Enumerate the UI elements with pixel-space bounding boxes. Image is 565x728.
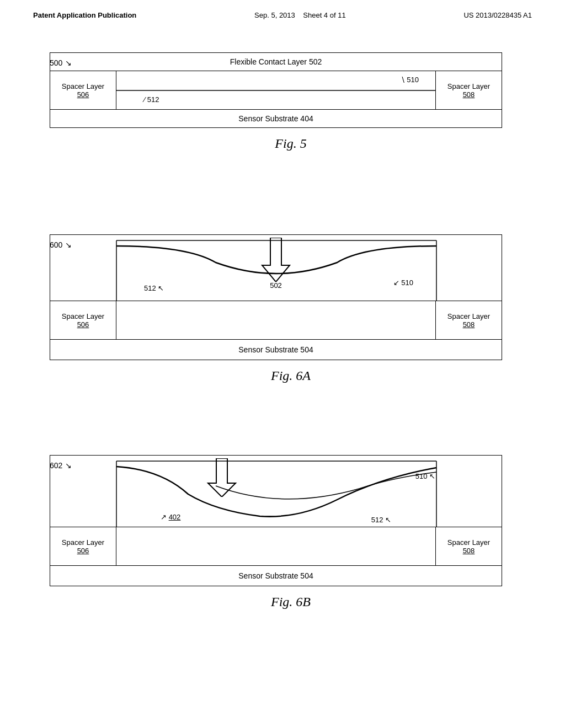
- fig5-spacer-left-label: Spacer Layer: [62, 82, 104, 90]
- fig5-spacer-right-label: Spacer Layer: [447, 82, 490, 90]
- fig5-center-line: [116, 71, 435, 109]
- fig6b-label-402: ↗ 402: [161, 513, 180, 521]
- fig5-center-area: ∖ 510 ∕ 512: [116, 71, 435, 109]
- fig5-spacer-left: Spacer Layer 506: [50, 71, 116, 109]
- fig6b-spacer-right: Spacer Layer 508: [435, 527, 502, 565]
- page: Patent Application Publication Sep. 5, 2…: [0, 0, 565, 728]
- fig5-caption-text: Fig. 5: [275, 136, 306, 151]
- fig5-spacer-right-ref: 508: [447, 90, 490, 99]
- fig5-substrate-label: Sensor Substrate 404: [238, 114, 313, 123]
- fig5-middle: Spacer Layer 506 ∖ 510 ∕ 512: [50, 71, 502, 110]
- fig6b-section: 602 ↘: [33, 455, 532, 643]
- fig5-ref-number: 500: [50, 58, 62, 67]
- page-header: Patent Application Publication Sep. 5, 2…: [33, 11, 532, 19]
- fig6b-label-510: 510 ↖: [415, 472, 435, 480]
- fig6b-substrate: Sensor Substrate 504: [50, 566, 502, 586]
- fig6b-caption-text: Fig. 6B: [271, 595, 311, 609]
- fig5-ref-label: 500 ↘: [50, 58, 72, 68]
- fig6a-spacer-left-ref: 506: [62, 320, 104, 329]
- fig5-ref-arrow: ↘: [65, 58, 72, 67]
- header-sheet: Sheet 4 of 11: [303, 11, 345, 19]
- fig6a-label-510: ↙ 510: [393, 279, 413, 287]
- fig6b-spacer-left: Spacer Layer 506: [50, 527, 116, 565]
- fig6b-curve: [50, 456, 503, 527]
- fig6b-top-area: 510 ↖ ↗ 402 512 ↖: [50, 456, 502, 527]
- fig6a-substrate: Sensor Substrate 504: [50, 340, 502, 360]
- fig6a-caption-text: Fig. 6A: [271, 368, 311, 383]
- fig6a-substrate-label: Sensor Substrate 504: [238, 345, 313, 354]
- fig6a-spacer-left-label: Spacer Layer: [62, 312, 104, 320]
- fig5-flexible-label: Flexible Contact Layer 502: [230, 57, 322, 66]
- fig5-diagram: Flexible Contact Layer 502 Spacer Layer …: [50, 52, 502, 128]
- header-center: Sep. 5, 2013 Sheet 4 of 11: [254, 11, 346, 19]
- fig6b-spacer-left-ref: 506: [62, 547, 104, 555]
- fig6a-curve: [50, 235, 503, 301]
- fig6a-spacer-left: Spacer Layer 506: [50, 301, 116, 339]
- fig6a-label-512: 512 ↖: [144, 284, 164, 292]
- fig6a-top-area: 512 ↖ 502 ↙ 510: [50, 235, 502, 301]
- fig6b-center: [116, 527, 435, 565]
- header-left: Patent Application Publication: [33, 11, 136, 19]
- fig6a-diagram: 512 ↖ 502 ↙ 510 Spacer Layer 506: [50, 234, 502, 360]
- fig6a-caption: Fig. 6A: [50, 368, 532, 383]
- fig5-caption: Fig. 5: [50, 136, 532, 151]
- fig6b-diagram: 510 ↖ ↗ 402 512 ↖ Spacer Layer 506: [50, 455, 502, 586]
- fig6a-spacer-right-ref: 508: [447, 320, 490, 329]
- fig5-flexible-layer: Flexible Contact Layer 502: [50, 53, 502, 71]
- header-right: US 2013/0228435 A1: [463, 11, 532, 19]
- fig6a-section: 600 ↘: [33, 234, 532, 422]
- fig6b-spacer-right-label: Spacer Layer: [447, 538, 490, 547]
- fig6a-spacer-right: Spacer Layer 508: [435, 301, 502, 339]
- fig6b-label-512: 512 ↖: [371, 516, 391, 524]
- fig6b-substrate-label: Sensor Substrate 504: [238, 571, 313, 580]
- fig6b-spacer-row: Spacer Layer 506 Spacer Layer 508: [50, 527, 502, 566]
- fig5-substrate: Sensor Substrate 404: [50, 110, 502, 127]
- fig5-section: 500 ↘ Flexible Contact Layer 502 Spacer …: [33, 52, 532, 201]
- fig6b-caption: Fig. 6B: [50, 595, 532, 609]
- fig5-spacer-left-ref: 506: [62, 90, 104, 99]
- fig6b-spacer-right-ref: 508: [447, 547, 490, 555]
- fig6a-label-502: 502: [270, 281, 282, 290]
- header-date: Sep. 5, 2013: [254, 11, 295, 19]
- fig6a-center: [116, 301, 435, 339]
- fig6a-spacer-right-label: Spacer Layer: [447, 312, 490, 320]
- fig6b-spacer-left-label: Spacer Layer: [62, 538, 104, 547]
- fig6a-spacer-row: Spacer Layer 506 Spacer Layer 508: [50, 301, 502, 340]
- fig5-spacer-right: Spacer Layer 508: [435, 71, 502, 109]
